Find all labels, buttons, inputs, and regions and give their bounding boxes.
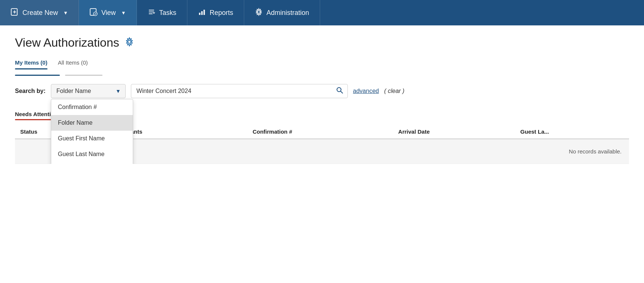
tabs-row: My Items (0) All Items (0) bbox=[15, 57, 629, 68]
search-row: Search by: Folder Name ▼ Confirmation # … bbox=[15, 84, 629, 98]
view-icon bbox=[89, 8, 98, 18]
page-settings-icon[interactable] bbox=[125, 37, 134, 49]
nav-reports-label: Reports bbox=[210, 9, 233, 17]
advanced-link[interactable]: advanced bbox=[353, 88, 379, 94]
search-label: Search by: bbox=[15, 88, 46, 94]
tab-my-items[interactable]: My Items (0) bbox=[15, 57, 47, 68]
nav-administration-label: Administration bbox=[267, 9, 309, 17]
search-input-wrap bbox=[131, 84, 348, 98]
svg-line-14 bbox=[341, 91, 343, 93]
nav-view[interactable]: View ▼ bbox=[79, 0, 137, 25]
nav-view-label: View bbox=[101, 9, 116, 17]
svg-point-11 bbox=[257, 10, 260, 13]
dropdown-arrow-icon: ▼ bbox=[116, 88, 121, 94]
clear-link[interactable]: ( clear ) bbox=[384, 88, 404, 94]
nav-create-new-label: Create New bbox=[22, 9, 58, 17]
nav-tasks-label: Tasks bbox=[159, 9, 177, 17]
svg-point-12 bbox=[128, 40, 131, 43]
dropdown-option-guest-first-name[interactable]: Guest First Name bbox=[51, 131, 133, 146]
top-nav: Create New ▼ View ▼ Tasks bbox=[0, 0, 644, 25]
nav-administration[interactable]: Administration bbox=[244, 0, 320, 25]
tasks-icon bbox=[147, 8, 156, 18]
search-dropdown-menu: Confirmation # Folder Name Guest First N… bbox=[51, 99, 133, 164]
nav-tasks[interactable]: Tasks bbox=[137, 0, 187, 25]
page-title: View Authorizations bbox=[15, 36, 119, 50]
col-guest-last: Guest La... bbox=[515, 125, 629, 139]
nav-reports[interactable]: Reports bbox=[187, 0, 244, 25]
nav-create-new[interactable]: Create New ▼ bbox=[0, 0, 79, 25]
page-title-row: View Authorizations bbox=[15, 36, 629, 50]
dropdown-selected-value: Folder Name bbox=[56, 88, 91, 94]
view-chevron: ▼ bbox=[121, 10, 126, 16]
svg-rect-9 bbox=[201, 11, 203, 15]
search-by-dropdown[interactable]: Folder Name ▼ Confirmation # Folder Name… bbox=[51, 84, 126, 98]
svg-rect-8 bbox=[199, 13, 200, 15]
create-new-icon bbox=[10, 8, 19, 18]
create-new-chevron: ▼ bbox=[63, 10, 68, 16]
col-confirmation: Confirmation # bbox=[247, 125, 393, 139]
dropdown-option-guest-last-name[interactable]: Guest Last Name bbox=[51, 146, 133, 162]
tab-all-items[interactable]: All Items (0) bbox=[58, 57, 88, 68]
col-arrival-date: Arrival Date bbox=[393, 125, 515, 139]
svg-rect-10 bbox=[203, 10, 205, 15]
administration-icon bbox=[255, 8, 263, 18]
reports-icon bbox=[198, 8, 206, 18]
search-icon[interactable] bbox=[336, 87, 343, 96]
search-input[interactable] bbox=[131, 84, 348, 98]
page-content: View Authorizations My Items (0) All Ite… bbox=[0, 25, 644, 164]
dropdown-option-participant-email[interactable]: Participant email bbox=[51, 162, 133, 164]
dropdown-option-confirmation[interactable]: Confirmation # bbox=[51, 99, 133, 115]
dropdown-option-folder-name[interactable]: Folder Name bbox=[51, 115, 133, 131]
